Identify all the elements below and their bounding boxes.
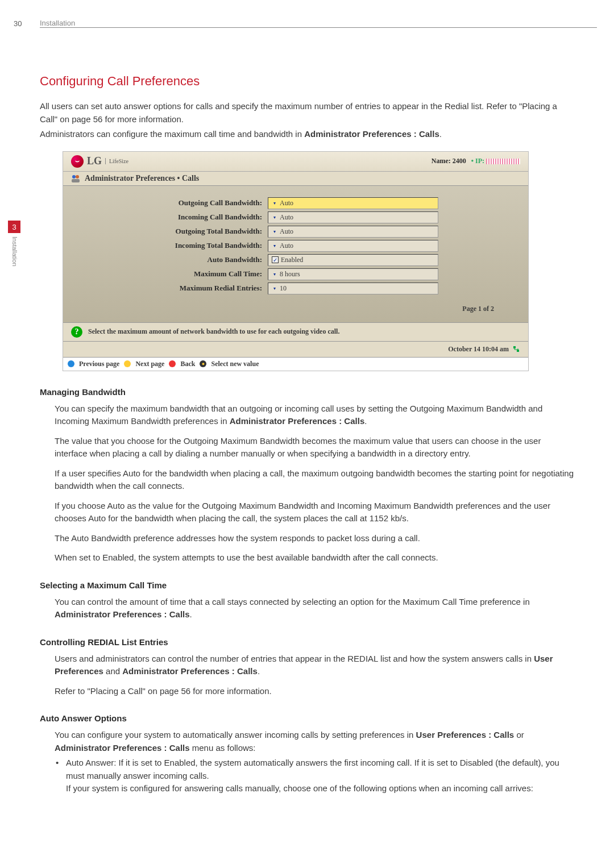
checkbox-icon: ✓ [272,256,279,263]
mb-p2: The value that you choose for the Outgoi… [55,435,574,460]
mb-p3: If a user specifies Auto for the bandwid… [55,467,574,493]
label-incoming-call-bw: Incoming Call Bandwidth: [86,213,268,222]
aa-p1-mid: or [514,730,524,740]
label-max-redial: Maximum Redial Entries: [86,284,268,293]
field-outgoing-call-bw[interactable]: ▾Auto [268,197,438,209]
row-outgoing-call-bw: Outgoing Call Bandwidth: ▾Auto [86,197,505,209]
svg-rect-2 [72,179,80,182]
page-number: 30 [14,19,22,28]
lifesize-logo-text: LifeSize [105,158,128,164]
page-title: Configuring Call Preferences [40,74,574,89]
label-incoming-total-bw: Incoming Total Bandwidth: [86,241,268,250]
breadcrumb-text: Administrator Preferences • Calls [85,174,199,183]
nav-select[interactable]: Select new value [211,360,259,368]
redial-p1-bold2: Administrator Preferences : Calls [122,666,258,676]
label-outgoing-call-bw: Outgoing Call Bandwidth: [86,198,268,207]
field-max-call-time[interactable]: ▾8 hours [268,268,438,280]
field-max-redial[interactable]: ▾10 [268,283,438,294]
heading-max-call-time: Selecting a Maximum Call Time [40,580,574,590]
row-max-call-time: Maximum Call Time: ▾8 hours [86,268,505,280]
heading-redial: Controlling REDIAL List Entries [40,637,574,647]
screenshot-name-ip: Name: 2400 • IP: [432,157,520,165]
aa-p1-bold2: Administrator Preferences : Calls [55,743,190,753]
screenshot-page-indicator: Page 1 of 2 [63,305,494,313]
svg-rect-4 [517,350,519,352]
logo-group: ⌣ LG LifeSize [71,155,128,168]
label-auto-bw: Auto Bandwidth: [86,255,268,264]
intro-p2-pre: Administrators can configure the maximum… [40,129,304,139]
mb-p5: The Auto Bandwidth preference addresses … [55,532,574,545]
ip-label: • IP: [471,157,484,165]
mct-p1-bold: Administrator Preferences : Calls [55,609,190,619]
value-max-redial: 10 [280,284,287,293]
nav-dot-yellow-icon [124,360,131,367]
redial-p1-post: . [258,666,260,676]
help-icon: ? [71,326,82,338]
chevron-down-icon: ▾ [272,285,277,291]
preferences-icon [71,174,80,183]
svg-point-1 [76,175,79,178]
mb-p4: If you choose Auto as the value for the … [55,500,574,525]
mb-p1-post: . [364,416,367,426]
status-datetime: October 14 10:04 am [448,345,509,354]
nav-select-icon: ● [200,360,206,367]
value-outgoing-total-bw: Auto [280,227,293,236]
value-incoming-total-bw: Auto [280,242,293,250]
lg-logo-text: LG [87,155,102,167]
redial-p2: Refer to "Placing a Call" on page 56 for… [55,685,574,698]
screenshot-body: Outgoing Call Bandwidth: ▾Auto Incoming … [63,186,528,322]
device-name: Name: 2400 [432,157,466,165]
redial-p1: Users and administrators can control the… [55,653,574,678]
nav-back[interactable]: Back [180,360,195,368]
row-outgoing-total-bw: Outgoing Total Bandwidth: ▾Auto [86,226,505,238]
screenshot-header: ⌣ LG LifeSize Name: 2400 • IP: [63,152,528,172]
value-auto-bw: Enabled [281,256,303,264]
lg-logo-icon: ⌣ [71,155,84,168]
value-incoming-call-bw: Auto [280,213,293,222]
field-outgoing-total-bw[interactable]: ▾Auto [268,226,438,238]
intro-p2-bold: Administrator Preferences : Calls [304,129,439,139]
aa-bullet-1a: Auto Answer: If it is set to Enabled, th… [66,758,559,780]
heading-auto-answer: Auto Answer Options [40,713,574,723]
heading-managing-bandwidth: Managing Bandwidth [40,387,574,397]
mb-p6: When set to Enabled, the system attempts… [55,551,574,564]
ip-redacted [486,159,520,164]
mct-p1-post: . [190,609,192,619]
value-max-call-time: 8 hours [280,270,300,279]
row-incoming-call-bw: Incoming Call Bandwidth: ▾Auto [86,211,505,223]
mct-p1: You can control the amount of time that … [55,596,574,621]
header-rule [40,27,597,28]
mct-p1-pre: You can control the amount of time that … [55,597,530,607]
screenshot-footer-nav: Previous page Next page Back ●Select new… [63,358,528,371]
hint-text: Select the maximum amount of network ban… [88,327,339,336]
value-outgoing-call-bw: Auto [280,199,293,207]
label-max-call-time: Maximum Call Time: [86,269,268,279]
chapter-side-label: Installation [11,236,18,267]
admin-preferences-screenshot: ⌣ LG LifeSize Name: 2400 • IP: Administr… [63,151,529,371]
nav-dot-red-icon [169,360,176,367]
screenshot-status-bar: October 14 10:04 am [63,342,528,358]
row-auto-bw: Auto Bandwidth: ✓Enabled [86,254,505,266]
field-incoming-call-bw[interactable]: ▾Auto [268,211,438,223]
chevron-down-icon: ▾ [272,229,277,234]
nav-next[interactable]: Next page [135,360,164,368]
svg-rect-3 [513,346,516,348]
breadcrumb: Administrator Preferences • Calls [63,172,528,186]
field-incoming-total-bw[interactable]: ▾Auto [268,240,438,252]
chevron-down-icon: ▾ [272,214,277,220]
svg-point-0 [72,175,76,178]
intro-p2-post: . [439,129,442,139]
chevron-down-icon: ▾ [272,271,277,277]
screenshot-hint-bar: ? Select the maximum amount of network b… [63,322,528,342]
chevron-down-icon: ▾ [272,200,277,206]
header-section-label: Installation [40,19,75,27]
intro-paragraph-2: Administrators can configure the maximum… [40,128,574,141]
label-outgoing-total-bw: Outgoing Total Bandwidth: [86,227,268,236]
field-auto-bw[interactable]: ✓Enabled [268,254,438,266]
nav-prev[interactable]: Previous page [79,360,119,368]
chapter-tab: 3 [8,221,20,233]
network-icon [512,345,520,353]
aa-p1-post: menu as follows: [190,743,256,753]
aa-bullet-1: Auto Answer: If it is set to Enabled, th… [66,757,574,795]
row-incoming-total-bw: Incoming Total Bandwidth: ▾Auto [86,240,505,252]
